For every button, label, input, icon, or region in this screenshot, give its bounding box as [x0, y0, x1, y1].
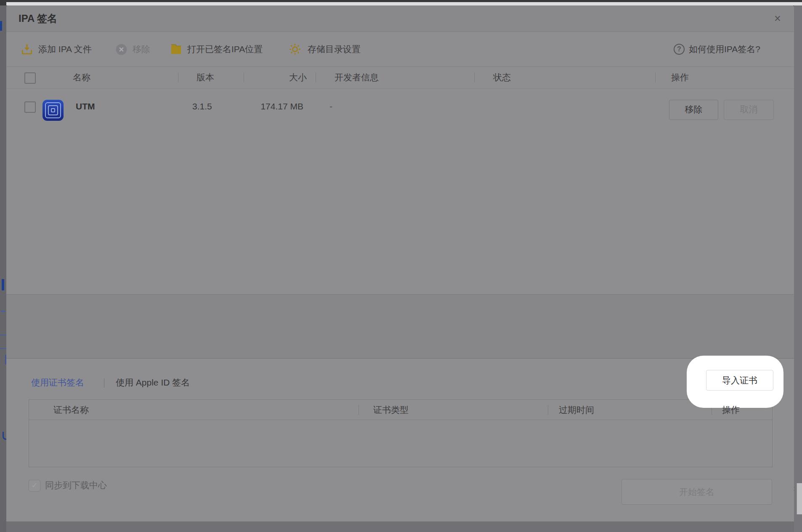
app-size: 174.17 MB	[242, 88, 303, 124]
sync-label: 同步到下载中心	[45, 478, 107, 493]
background-fragment	[797, 483, 802, 514]
column-cert-type: 证书类型	[373, 400, 409, 420]
close-icon[interactable]: ×	[769, 11, 786, 27]
background-fragment	[0, 21, 2, 31]
column-cert-name: 证书名称	[53, 400, 89, 420]
column-cert-expiry: 过期时间	[559, 400, 594, 420]
column-divider	[548, 405, 548, 415]
app-version: 3.1.5	[192, 88, 212, 124]
dialog-titlebar: IPA 签名 ×	[6, 5, 794, 32]
column-divider	[316, 72, 316, 82]
tab-sign-with-certificate[interactable]: 使用证书签名	[31, 376, 84, 389]
ipa-signing-dialog: IPA 签名 × 添加 IPA 文件 移除	[6, 5, 794, 521]
row-checkbox[interactable]	[24, 101, 36, 113]
dialog-toolbar: 添加 IPA 文件 移除 打开已签名IPA位置	[6, 32, 794, 67]
help-icon: ?	[674, 44, 685, 55]
background-fragment	[2, 279, 4, 290]
column-actions: 操作	[671, 66, 689, 88]
certificate-table: 证书名称 证书类型 过期时间 操作	[29, 399, 773, 467]
import-certificate-button[interactable]: 导入证书	[706, 370, 773, 391]
column-divider	[244, 72, 244, 82]
add-ipa-button[interactable]: 添加 IPA 文件	[38, 43, 92, 56]
column-divider	[474, 72, 475, 82]
background-corner	[0, 0, 6, 5]
column-cert-actions: 操作	[722, 400, 740, 420]
ipa-table-header: 名称 版本 大小 开发者信息 状态 操作	[6, 66, 794, 89]
row-cancel-button: 取消	[724, 100, 774, 120]
background-window-top-band	[6, 2, 802, 5]
add-ipa-icon	[20, 43, 34, 56]
start-signing-button: 开始签名	[621, 479, 772, 505]
column-developer: 开发者信息	[335, 66, 379, 88]
tab-sign-with-apple-id[interactable]: 使用 Apple ID 签名	[116, 376, 190, 389]
background-left-strip	[0, 5, 6, 532]
remove-button: 移除	[133, 43, 150, 56]
app-developer: -	[329, 88, 332, 124]
background-right-strip	[794, 5, 802, 532]
app-name: UTM	[76, 88, 95, 124]
certificate-table-header: 证书名称 证书类型 过期时间 操作	[29, 400, 772, 420]
gear-icon	[288, 43, 302, 56]
folder-icon	[170, 43, 183, 56]
table-row-utm: UTM 3.1.5 174.17 MB - 移除 取消	[6, 88, 794, 124]
section-gap	[6, 295, 794, 358]
column-divider	[359, 405, 359, 415]
background-bottom-strip	[6, 521, 794, 532]
column-status: 状态	[493, 66, 511, 88]
column-version: 版本	[197, 66, 214, 88]
column-name: 名称	[73, 66, 90, 88]
sync-checkbox: ✓	[29, 480, 40, 492]
column-divider	[178, 72, 178, 82]
signing-panel: 使用证书签名 使用 Apple ID 签名 证书名称 证书类型 过期时间 操作 …	[6, 358, 794, 521]
background-fragment	[1, 311, 5, 312]
background-top-edge	[0, 0, 802, 2]
column-size: 大小	[259, 66, 307, 88]
row-remove-button[interactable]: 移除	[669, 100, 718, 120]
tab-divider	[104, 378, 104, 388]
open-signed-location-button[interactable]: 打开已签名IPA位置	[187, 43, 263, 56]
remove-circle-icon	[115, 43, 128, 56]
select-all-checkbox[interactable]	[24, 72, 36, 84]
how-to-use-link[interactable]: 如何使用IPA签名?	[689, 43, 760, 56]
dialog-title: IPA 签名	[19, 5, 57, 32]
utm-app-icon	[42, 100, 64, 121]
storage-settings-button[interactable]: 存储目录设置	[308, 43, 361, 56]
ipa-signing-screen: f IPA 签名 × 添加 IPA 文件 移除	[0, 0, 802, 532]
column-divider	[655, 72, 656, 82]
